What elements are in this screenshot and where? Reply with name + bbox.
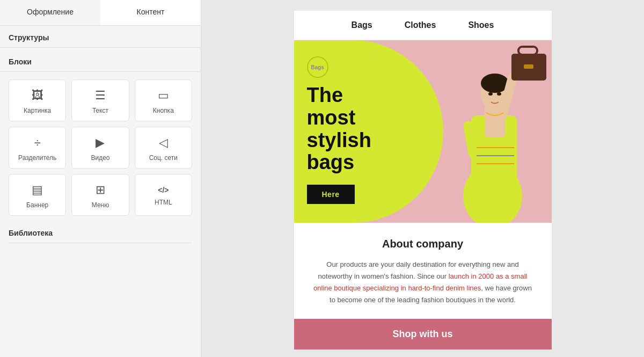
- blocks-grid: 🖼 Картинка ☰ Текст ▭ Кнопка ÷ Разделител…: [0, 74, 201, 221]
- social-icon: ◁: [159, 136, 168, 150]
- html-label: HTML: [155, 199, 172, 206]
- hero-title: Themoststylishbags: [307, 84, 371, 174]
- social-label: Соц. сети: [149, 154, 178, 162]
- about-title: About company: [310, 238, 536, 250]
- blocks-section-title: Блоки: [0, 50, 201, 71]
- text-label: Текст: [92, 107, 108, 114]
- divider-icon: ÷: [34, 136, 41, 150]
- block-divider[interactable]: ÷ Разделитель: [9, 127, 66, 169]
- button-label: Кнопка: [153, 107, 174, 114]
- button-icon: ▭: [158, 89, 169, 103]
- library-section: Библиотека: [0, 221, 201, 251]
- menu-label: Меню: [92, 201, 109, 209]
- blocks-divider: [0, 71, 201, 72]
- html-icon: </>: [158, 186, 169, 194]
- about-text: Our products are your daily destination …: [310, 259, 536, 306]
- tab-design[interactable]: Оформление: [0, 0, 100, 25]
- svg-point-13: [488, 92, 493, 96]
- svg-point-14: [497, 92, 501, 96]
- block-banner[interactable]: ▤ Баннер: [9, 174, 66, 216]
- svg-rect-9: [524, 64, 533, 69]
- shop-button-section[interactable]: Shop with us: [294, 319, 552, 349]
- hero-banner: Bags Themoststylishbags Here: [294, 40, 552, 223]
- divider-label: Разделитель: [18, 154, 56, 162]
- menu-icon: ⊞: [96, 183, 105, 197]
- preview-container: Bags Clothes Shoes Bags Themoststylishba…: [294, 11, 552, 349]
- video-icon: ▶: [96, 136, 105, 150]
- svg-rect-8: [518, 47, 537, 55]
- image-icon: 🖼: [32, 89, 43, 103]
- tabs-header: Оформление Контент: [0, 0, 201, 26]
- nav-item-shoes[interactable]: Shoes: [468, 20, 494, 30]
- hero-cta-button[interactable]: Here: [307, 185, 355, 204]
- structures-divider: [0, 47, 201, 48]
- block-social[interactable]: ◁ Соц. сети: [135, 127, 192, 169]
- hero-content: Bags Themoststylishbags Here: [307, 56, 371, 204]
- tab-content[interactable]: Контент: [100, 0, 201, 25]
- image-label: Картинка: [24, 107, 51, 114]
- shop-button-label: Shop with us: [393, 329, 453, 339]
- structures-section-title: Структуры: [0, 26, 201, 47]
- block-image[interactable]: 🖼 Картинка: [9, 79, 66, 121]
- block-html[interactable]: </> HTML: [135, 174, 192, 216]
- nav-item-clothes[interactable]: Clothes: [405, 20, 436, 30]
- right-panel: Bags Clothes Shoes Bags Themoststylishba…: [201, 0, 644, 357]
- block-video[interactable]: ▶ Видео: [71, 127, 129, 169]
- banner-icon: ▤: [32, 183, 43, 197]
- bags-badge: Bags: [307, 56, 328, 78]
- nav-bar: Bags Clothes Shoes: [294, 11, 552, 40]
- nav-item-bags[interactable]: Bags: [352, 20, 372, 30]
- block-text[interactable]: ☰ Текст: [71, 79, 129, 121]
- block-menu[interactable]: ⊞ Меню: [71, 174, 129, 216]
- about-section: About company Our products are your dail…: [294, 223, 552, 319]
- library-section-title: Библиотека: [9, 229, 192, 243]
- text-icon: ☰: [95, 89, 106, 103]
- banner-label: Баннер: [26, 201, 48, 209]
- library-divider: [9, 243, 192, 243]
- hero-model-figure: [410, 40, 552, 223]
- block-button[interactable]: ▭ Кнопка: [135, 79, 192, 121]
- video-label: Видео: [91, 154, 109, 162]
- left-panel: Оформление Контент Структуры Блоки 🖼 Кар…: [0, 0, 201, 357]
